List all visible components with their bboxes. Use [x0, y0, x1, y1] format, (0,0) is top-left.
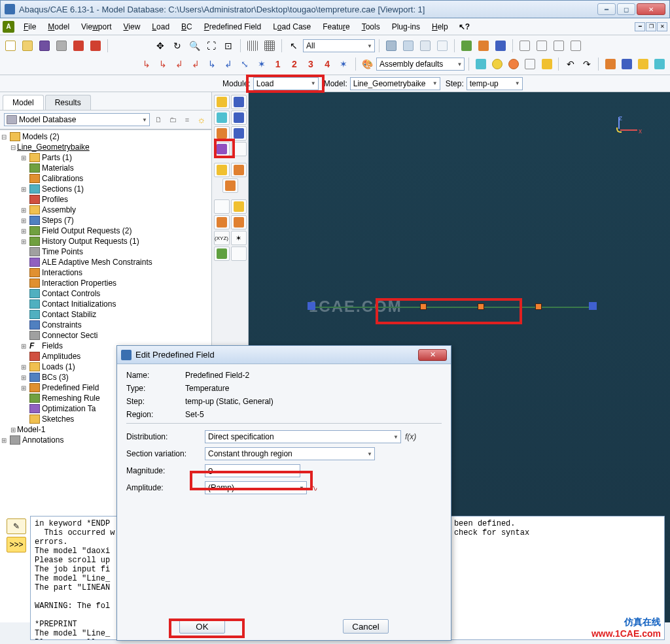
- dialog-titlebar[interactable]: Edit Predefined Field ✕: [117, 346, 451, 364]
- cube-wire-2[interactable]: [534, 39, 550, 53]
- csys-1[interactable]: ↳: [139, 57, 154, 71]
- menu-viewport[interactable]: Viewport: [76, 21, 117, 33]
- module-select[interactable]: Load: [253, 77, 319, 90]
- tool-datum-1[interactable]: [214, 163, 230, 177]
- tree-highlight-icon[interactable]: ☼: [196, 114, 207, 126]
- menu-load[interactable]: Load: [147, 21, 175, 33]
- tool-predef-create[interactable]: [214, 126, 230, 141]
- magnitude-input[interactable]: [205, 464, 300, 477]
- partition-3[interactable]: [506, 57, 521, 71]
- print-button[interactable]: [54, 39, 69, 53]
- open-button[interactable]: [20, 39, 35, 53]
- tree-contact-init[interactable]: Contact Initializations: [42, 299, 120, 309]
- tool-load-manage[interactable]: [231, 95, 247, 109]
- csys-4[interactable]: ↲: [188, 57, 203, 71]
- mdi-restore[interactable]: ❐: [646, 22, 656, 31]
- dialog-close-button[interactable]: ✕: [418, 349, 447, 361]
- maximize-button[interactable]: ◻: [617, 3, 635, 15]
- tool-predef-manage[interactable]: [231, 126, 247, 141]
- tool-case-create[interactable]: [214, 142, 230, 156]
- tree-loads[interactable]: Loads (1): [42, 362, 79, 371]
- menu-model[interactable]: Model: [43, 21, 75, 33]
- csys-2[interactable]: ↳: [155, 57, 170, 71]
- tree-filter-3[interactable]: ≡: [181, 114, 193, 126]
- tool-part-1[interactable]: [214, 199, 230, 214]
- save-button[interactable]: [37, 39, 52, 53]
- cube-1[interactable]: [459, 39, 474, 53]
- menu-bc[interactable]: BC: [176, 21, 198, 33]
- zoom-icon[interactable]: 🔍: [186, 39, 202, 53]
- tree-profiles[interactable]: Profiles: [42, 195, 72, 204]
- tree-models[interactable]: Models (2): [22, 132, 63, 141]
- message-tip-icon[interactable]: ✎: [7, 518, 26, 534]
- csys-num-2[interactable]: 2: [287, 57, 302, 71]
- app-menu-icon[interactable]: A: [3, 21, 14, 33]
- cube-wire-4[interactable]: [568, 39, 584, 53]
- cube-2[interactable]: [476, 39, 491, 53]
- close-button[interactable]: ✕: [637, 3, 665, 15]
- tool-part-2[interactable]: [231, 199, 247, 214]
- misc-2[interactable]: [619, 57, 634, 71]
- section-variation-select[interactable]: Constant through region: [205, 447, 375, 460]
- menu-view[interactable]: View: [118, 21, 146, 33]
- tool-case-manage[interactable]: [231, 142, 247, 156]
- menu-tools[interactable]: Tools: [357, 21, 385, 33]
- tree-model-b[interactable]: Model-1: [17, 425, 49, 434]
- distribution-select[interactable]: Direct specification: [205, 430, 401, 443]
- message-keyboard-icon[interactable]: >>>: [7, 537, 26, 552]
- fit-icon[interactable]: ⊡: [220, 39, 236, 53]
- model-database-select[interactable]: Model Database: [4, 113, 150, 126]
- partition-5[interactable]: [539, 57, 554, 71]
- tool-end-2[interactable]: [231, 246, 247, 261]
- cube-wire-1[interactable]: [517, 39, 533, 53]
- tree-model-a[interactable]: Line_Geometrybaike: [17, 143, 94, 152]
- tree-field-output[interactable]: Field Output Requests (2): [42, 226, 135, 235]
- model-select[interactable]: Line_Geometrybaike: [350, 77, 440, 90]
- cursor-icon[interactable]: ↖: [286, 39, 302, 53]
- tree-connector[interactable]: Connector Secti: [42, 331, 101, 340]
- tree-calibrations[interactable]: Calibrations: [42, 174, 87, 183]
- tree-contact-ctrl[interactable]: Contact Controls: [42, 289, 104, 298]
- menu-predefined-field[interactable]: Predefined Field: [199, 21, 266, 33]
- csys-num-3[interactable]: 3: [303, 57, 318, 71]
- cube-wire-3[interactable]: [551, 39, 567, 53]
- csys-5[interactable]: ↳: [205, 57, 220, 71]
- mdi-minimize[interactable]: ━: [635, 22, 645, 31]
- partition-1[interactable]: [473, 57, 488, 71]
- menu-load-case[interactable]: Load Case: [268, 21, 316, 33]
- render-4[interactable]: [434, 39, 450, 53]
- tree-sections[interactable]: Sections (1): [42, 184, 88, 194]
- tree-filter-1[interactable]: 🗋: [152, 114, 164, 126]
- tool-datum-2[interactable]: [231, 163, 247, 177]
- csys-axis-icon[interactable]: ✶: [254, 57, 269, 71]
- tree-ale[interactable]: ALE Adaptive Mesh Constraints: [42, 258, 156, 267]
- tree-remesh[interactable]: Remeshing Rule: [42, 394, 104, 403]
- tool-axis[interactable]: ✶: [231, 231, 247, 245]
- new-button[interactable]: [3, 39, 18, 53]
- color-palette-icon[interactable]: 🎨: [360, 57, 375, 71]
- menu-plugins[interactable]: Plug-ins: [387, 21, 425, 33]
- tool-part-3[interactable]: [214, 215, 230, 229]
- tree-predef-field[interactable]: Predefined Field: [42, 383, 103, 392]
- tree-annotations[interactable]: Annotations: [22, 435, 67, 445]
- tool-bc-manage[interactable]: [231, 110, 247, 125]
- menu-feature[interactable]: Feature: [317, 21, 355, 33]
- render-3[interactable]: [417, 39, 433, 53]
- tab-results[interactable]: Results: [45, 95, 91, 110]
- grid1-icon[interactable]: [245, 39, 260, 53]
- misc-3[interactable]: [636, 57, 651, 71]
- ok-button[interactable]: OK: [179, 619, 225, 634]
- tool-datum-3[interactable]: [222, 178, 238, 193]
- rotate-icon[interactable]: ↻: [169, 39, 185, 53]
- zoom-box-icon[interactable]: ⛶: [203, 39, 219, 53]
- pan-icon[interactable]: ✥: [152, 39, 168, 53]
- tool-a[interactable]: [71, 39, 86, 53]
- tool-bc-create[interactable]: [214, 110, 230, 125]
- selection-filter-select[interactable]: All: [303, 39, 375, 52]
- fx-icon[interactable]: f(x): [405, 432, 416, 441]
- amplitude-plot-icon[interactable]: ∿: [311, 483, 318, 493]
- tree-bcs[interactable]: BCs (3): [42, 373, 73, 382]
- mdi-close[interactable]: ✕: [657, 22, 667, 31]
- menu-help[interactable]: Help: [427, 21, 453, 33]
- tree-amplitudes[interactable]: Amplitudes: [42, 352, 84, 361]
